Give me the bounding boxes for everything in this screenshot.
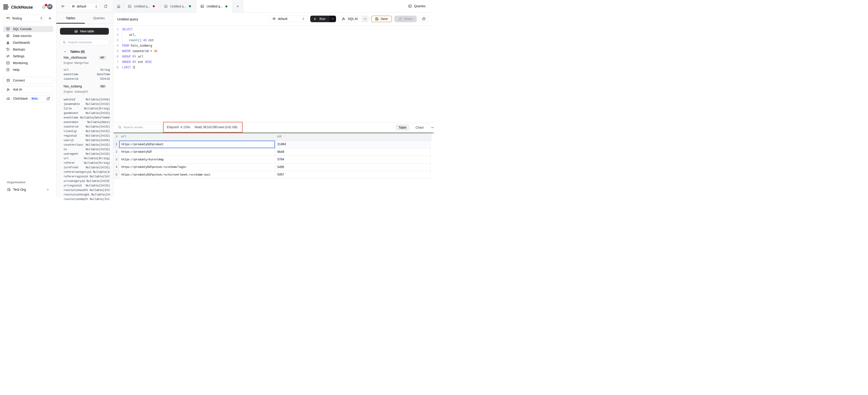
svg-text:aws: aws — [6, 17, 10, 19]
